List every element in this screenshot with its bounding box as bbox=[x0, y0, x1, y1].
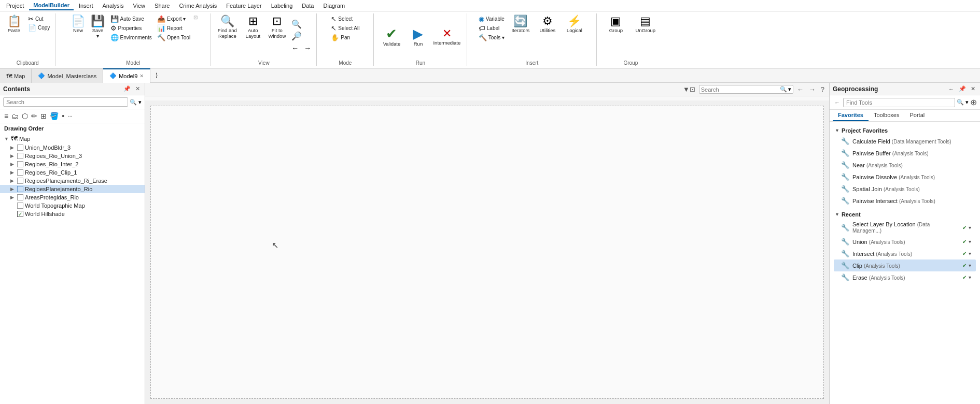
geo-section-header-recent[interactable]: ▼ Recent bbox=[834, 210, 976, 219]
tree-item-regioes-planejamento-rio[interactable]: ▶ RegioesPlanejamento_Rio bbox=[0, 185, 145, 193]
dot-icon[interactable]: • bbox=[61, 111, 65, 121]
menu-item-labeling[interactable]: Labeling bbox=[267, 2, 297, 10]
geo-tab-portal[interactable]: Portal bbox=[904, 110, 930, 121]
paste-button[interactable]: 📋 Paste bbox=[3, 15, 25, 34]
menu-item-insert[interactable]: Insert bbox=[75, 2, 97, 10]
zoomout-button[interactable]: 🔎 bbox=[289, 31, 313, 41]
run-button[interactable]: ▶ Run bbox=[406, 26, 430, 48]
group-button[interactable]: ▣ Group bbox=[601, 15, 630, 34]
menu-item-crimeanalysis[interactable]: Crime Analysis bbox=[175, 2, 221, 10]
menu-item-diagram[interactable]: Diagram bbox=[319, 2, 349, 10]
geo-section-header-project-favorites[interactable]: ▼ Project Favorites bbox=[834, 126, 976, 135]
nav-back-button[interactable]: ← bbox=[289, 44, 301, 53]
geo-pin-button[interactable]: 📌 bbox=[957, 85, 968, 93]
utilities-button[interactable]: ⚙ Utilities bbox=[535, 15, 561, 34]
selectall-button[interactable]: ↖ Select All bbox=[329, 24, 361, 33]
geo-item-near[interactable]: 🔧 Near (Analysis Tools) bbox=[834, 159, 976, 171]
tabs-overflow-button[interactable]: ⟩ bbox=[150, 72, 163, 79]
geo-item-pairwise-buffer[interactable]: 🔧 Pairwise Buffer (Analysis Tools) bbox=[834, 147, 976, 159]
tools-button[interactable]: 🔨 Tools ▾ bbox=[477, 33, 507, 42]
map-filter-icon[interactable]: ▼⊡ bbox=[681, 84, 697, 94]
polygon-icon[interactable]: ⬡ bbox=[21, 111, 29, 121]
nav-forward-button[interactable]: → bbox=[302, 44, 313, 53]
more-tools-icon[interactable]: ··· bbox=[66, 111, 74, 121]
geo-run-action-union[interactable]: ✔ bbox=[962, 238, 967, 245]
menu-item-view[interactable]: View bbox=[129, 2, 149, 10]
variable-button[interactable]: ◉ Variable bbox=[477, 15, 507, 23]
tab-model9-close[interactable]: ✕ bbox=[139, 73, 144, 79]
tab-model9[interactable]: 🔷 Model9 ✕ bbox=[103, 68, 150, 83]
tab-model-masterclass[interactable]: 🔷 Model_Masterclass bbox=[32, 68, 103, 83]
tree-checkbox-regioes-rio-union3[interactable] bbox=[17, 153, 23, 159]
geo-item-calculate-field[interactable]: 🔧 Calculate Field (Data Management Tools… bbox=[834, 135, 976, 147]
cylinder-icon[interactable]: 🗂 bbox=[10, 111, 20, 121]
save-button[interactable]: 💾 Save▾ bbox=[89, 15, 107, 40]
geo-search-icon[interactable]: 🔍 bbox=[957, 99, 964, 106]
tree-item-regioes-rio-union3[interactable]: ▶ Regioes_Rio_Union_3 bbox=[0, 152, 145, 160]
geo-run-action-select-layer[interactable]: ✔ bbox=[962, 224, 967, 231]
menu-item-modelbuilder[interactable]: ModelBuilder bbox=[29, 1, 74, 10]
tree-item-regioes-planejamento-ri-erase[interactable]: ▶ RegioesPlanejamento_Ri_Erase bbox=[0, 177, 145, 185]
tree-item-union-modbldr3[interactable]: ▶ Union_ModBldr_3 bbox=[0, 143, 145, 152]
geo-open-action-erase[interactable]: ▾ bbox=[968, 274, 972, 281]
tree-checkbox-areas-protegidas-rio[interactable] bbox=[17, 194, 23, 200]
findreplace-button[interactable]: 🔍 Find andReplace bbox=[214, 15, 240, 40]
tab-map[interactable]: 🗺 Map bbox=[0, 68, 32, 83]
tree-checkbox-world-topographic[interactable] bbox=[17, 203, 23, 209]
map-nav-back-icon[interactable]: ← bbox=[795, 84, 805, 94]
geo-back-button[interactable]: ← bbox=[947, 85, 956, 93]
menu-item-project[interactable]: Project bbox=[2, 2, 28, 10]
list-view-icon[interactable]: ≡ bbox=[3, 111, 9, 121]
paint-bucket-icon[interactable]: 🪣 bbox=[49, 111, 60, 121]
logical-button[interactable]: ⚡ Logical bbox=[562, 15, 587, 34]
pencil-icon[interactable]: ✏ bbox=[30, 111, 38, 121]
geo-tab-favorites[interactable]: Favorites bbox=[833, 110, 869, 121]
map-search-input[interactable] bbox=[701, 86, 779, 93]
tree-item-areas-protegidas-rio[interactable]: ▶ AreasProtegidas_Rio bbox=[0, 193, 145, 201]
model-canvas[interactable]: ↖ bbox=[150, 106, 824, 399]
geo-open-action-intersect[interactable]: ▾ bbox=[968, 250, 972, 257]
opentool-button[interactable]: 🔨 Open Tool bbox=[155, 33, 192, 42]
contents-close-button[interactable]: ✕ bbox=[134, 85, 142, 93]
menu-item-featurelayer[interactable]: Feature Layer bbox=[222, 2, 265, 10]
contents-search-input[interactable] bbox=[3, 97, 128, 107]
geo-open-action-clip[interactable]: ▾ bbox=[968, 262, 972, 269]
geo-item-erase[interactable]: 🔧 Erase (Analysis Tools) ✔ ▾ bbox=[834, 271, 976, 283]
geo-search-input[interactable] bbox=[843, 98, 955, 107]
ungroup-button[interactable]: ▤ UnGroup bbox=[631, 15, 660, 34]
geo-add-button[interactable]: ⊕ bbox=[970, 97, 977, 107]
geo-item-pairwise-dissolve[interactable]: 🔧 Pairwise Dissolve (Analysis Tools) bbox=[834, 171, 976, 183]
label-button[interactable]: 🏷 Label bbox=[477, 24, 507, 33]
map-nav-forward-icon[interactable]: → bbox=[807, 84, 817, 94]
environments-button[interactable]: 🌐 Environments bbox=[108, 33, 154, 42]
map-search-dropdown[interactable]: ▾ bbox=[788, 86, 791, 93]
fitwindow-button[interactable]: ⊡ Fit toWindow bbox=[265, 15, 288, 40]
geo-run-action-erase[interactable]: ✔ bbox=[962, 274, 967, 281]
autosave-button[interactable]: 💾 Auto Save bbox=[108, 15, 154, 23]
tree-item-regioes-rio-inter2[interactable]: ▶ Regioes_Rio_Inter_2 bbox=[0, 160, 145, 168]
tree-checkbox-regioes-rio-clip1[interactable] bbox=[17, 169, 23, 176]
contents-search-icon[interactable]: 🔍 bbox=[130, 99, 137, 106]
select-button[interactable]: ↖ Select bbox=[329, 15, 361, 23]
new-button[interactable]: 📄 New bbox=[69, 15, 88, 34]
geo-item-union[interactable]: 🔧 Union (Analysis Tools) ✔ ▾ bbox=[834, 236, 976, 248]
validate-button[interactable]: ✔ Validate bbox=[378, 26, 405, 48]
iterators-button[interactable]: 🔄 Iterators bbox=[508, 15, 534, 34]
tree-item-world-hillshade[interactable]: ▶ ✓ World Hillshade bbox=[0, 210, 145, 218]
geo-item-select-layer-by-location[interactable]: 🔧 Select Layer By Location (Data Managem… bbox=[834, 219, 976, 236]
geo-item-pairwise-intersect[interactable]: 🔧 Pairwise Intersect (Analysis Tools) bbox=[834, 195, 976, 207]
tree-checkbox-regioes-rio-inter2[interactable] bbox=[17, 161, 23, 167]
map-help-icon[interactable]: ? bbox=[819, 84, 826, 94]
geo-open-action-union[interactable]: ▾ bbox=[968, 238, 972, 245]
geo-item-spatial-join[interactable]: 🔧 Spatial Join (Analysis Tools) bbox=[834, 183, 976, 195]
tree-item-map[interactable]: ▼ 🗺 Map bbox=[0, 134, 145, 143]
geo-run-action-clip[interactable]: ✔ bbox=[962, 262, 967, 269]
menu-item-analysis[interactable]: Analysis bbox=[98, 2, 128, 10]
contents-pin-button[interactable]: 📌 bbox=[122, 85, 132, 93]
tree-checkbox-union-modbldr3[interactable] bbox=[17, 145, 23, 151]
box-select-icon[interactable]: ⊞ bbox=[39, 111, 48, 121]
geo-item-clip[interactable]: 🔧 Clip (Analysis Tools) ✔ ▾ bbox=[834, 259, 976, 271]
copy-button[interactable]: 📄 Copy bbox=[26, 23, 52, 32]
autolayout-button[interactable]: ⊞ AutoLayout bbox=[241, 15, 264, 40]
geo-search-dropdown[interactable]: ▾ bbox=[965, 99, 969, 106]
